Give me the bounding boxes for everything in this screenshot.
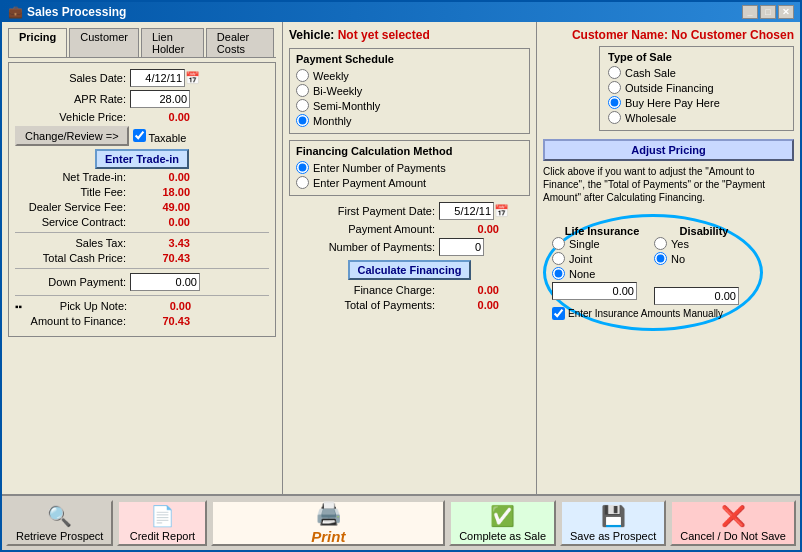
total-payments-row: Total of Payments: 0.00 — [289, 299, 530, 311]
disability-input[interactable] — [654, 287, 739, 305]
num-payments-label: Number of Payments: — [289, 241, 439, 253]
maximize-button[interactable]: □ — [760, 5, 776, 19]
type-buy-here-label: Buy Here Pay Here — [625, 97, 720, 109]
middle-panel: Vehicle: Not yet selected Payment Schedu… — [282, 22, 537, 494]
content-area: Pricing Customer Lien Holder Dealer Cost… — [2, 22, 800, 494]
life-none-label: None — [569, 268, 595, 280]
life-joint-label: Joint — [569, 253, 592, 265]
adjust-pricing-description: Click above if you want to adjust the "A… — [543, 165, 794, 204]
tab-customer[interactable]: Customer — [69, 28, 139, 57]
life-joint-row: Joint — [552, 252, 652, 265]
disability-no-radio[interactable] — [654, 252, 667, 265]
payment-biweekly-label: Bi-Weekly — [313, 85, 362, 97]
disability-yes-row: Yes — [654, 237, 754, 250]
vehicle-price-row: Vehicle Price: 0.00 — [15, 111, 269, 123]
credit-report-icon: 📄 — [150, 504, 175, 528]
payment-monthly-radio[interactable] — [296, 114, 309, 127]
life-joint-radio[interactable] — [552, 252, 565, 265]
payment-weekly-radio[interactable] — [296, 69, 309, 82]
total-cash-price-label: Total Cash Price: — [15, 252, 130, 264]
disability-yes-label: Yes — [671, 238, 689, 250]
down-payment-label: Down Payment: — [15, 276, 130, 288]
type-cash-sale-row: Cash Sale — [608, 66, 785, 79]
type-wholesale-radio[interactable] — [608, 111, 621, 124]
payment-amount-row: Payment Amount: 0.00 — [289, 223, 530, 235]
retrieve-prospect-button[interactable]: 🔍 Retrieve Prospect — [6, 500, 113, 546]
disability-yes-radio[interactable] — [654, 237, 667, 250]
service-contract-value: 0.00 — [130, 216, 190, 228]
disability-col: Disability Yes No — [654, 225, 754, 305]
calculate-btn-container: Calculate Financing — [289, 260, 530, 280]
trade-in-section: Enter Trade-in — [15, 149, 269, 169]
title-bar: 💼 Sales Processing _ □ ✕ — [2, 2, 800, 22]
vehicle-header: Vehicle: Not yet selected — [289, 28, 530, 42]
total-cash-price-value: 70.43 — [130, 252, 190, 264]
financing-num-payments-radio[interactable] — [296, 161, 309, 174]
save-prospect-label: Save as Prospect — [570, 530, 656, 542]
type-cash-sale-label: Cash Sale — [625, 67, 676, 79]
enter-trade-in-button[interactable]: Enter Trade-in — [95, 149, 189, 169]
tab-dealer-costs[interactable]: Dealer Costs — [206, 28, 274, 57]
credit-report-label: Credit Report — [130, 530, 195, 542]
type-buy-here-radio[interactable] — [608, 96, 621, 109]
change-review-row: Change/Review => Taxable — [15, 126, 269, 146]
pricing-tab-content: Sales Date: 📅 APR Rate: Vehicle Price: 0… — [8, 62, 276, 337]
window-controls: _ □ ✕ — [742, 5, 794, 19]
print-label: Print — [311, 528, 345, 545]
apr-rate-input[interactable] — [130, 90, 190, 108]
minimize-button[interactable]: _ — [742, 5, 758, 19]
sales-date-input[interactable] — [130, 69, 185, 87]
vehicle-price-label: Vehicle Price: — [15, 111, 130, 123]
save-prospect-button[interactable]: 💾 Save as Prospect — [560, 500, 666, 546]
amount-to-finance-row: Amount to Finance: 70.43 — [15, 315, 269, 327]
bottom-bar: 🔍 Retrieve Prospect 📄 Credit Report 🖨️ P… — [2, 494, 800, 550]
retrieve-prospect-icon: 🔍 — [47, 504, 72, 528]
sales-tax-value: 3.43 — [130, 237, 190, 249]
vehicle-label: Vehicle: — [289, 28, 334, 42]
complete-sale-icon: ✅ — [490, 504, 515, 528]
type-outside-financing-row: Outside Financing — [608, 81, 785, 94]
vehicle-price-value: 0.00 — [130, 111, 190, 123]
payment-monthly-label: Monthly — [313, 115, 352, 127]
financing-num-payments-row: Enter Number of Payments — [296, 161, 523, 174]
taxable-checkbox[interactable] — [133, 129, 146, 142]
life-insurance-input[interactable] — [552, 282, 637, 300]
close-button[interactable]: ✕ — [778, 5, 794, 19]
cancel-button[interactable]: ❌ Cancel / Do Not Save — [670, 500, 796, 546]
tab-pricing[interactable]: Pricing — [8, 28, 67, 57]
disability-no-row: No — [654, 252, 754, 265]
first-payment-calendar-icon[interactable]: 📅 — [494, 204, 509, 218]
print-button[interactable]: 🖨️ Print — [211, 500, 445, 546]
left-panel: Pricing Customer Lien Holder Dealer Cost… — [2, 22, 282, 494]
first-payment-date-input[interactable] — [439, 202, 494, 220]
insurance-manually-checkbox[interactable] — [552, 307, 565, 320]
print-icon: 🖨️ — [315, 501, 342, 527]
payment-amount-label: Payment Amount: — [289, 223, 439, 235]
main-window: 💼 Sales Processing _ □ ✕ Pricing Custome… — [0, 0, 802, 552]
type-of-sale-title: Type of Sale — [608, 51, 785, 63]
window-icon: 💼 — [8, 5, 23, 19]
sales-date-calendar-icon[interactable]: 📅 — [185, 71, 200, 85]
financing-payment-amount-radio[interactable] — [296, 176, 309, 189]
service-contract-row: Service Contract: 0.00 — [15, 216, 269, 228]
finance-charge-value: 0.00 — [439, 284, 499, 296]
financing-group: Financing Calculation Method Enter Numbe… — [289, 140, 530, 196]
change-review-button[interactable]: Change/Review => — [15, 126, 129, 146]
life-insurance-col: Life Insurance Single Joint None — [552, 225, 652, 305]
payment-biweekly-radio[interactable] — [296, 84, 309, 97]
down-payment-input[interactable] — [130, 273, 200, 291]
num-payments-input[interactable] — [439, 238, 484, 256]
payment-semimonthly-row: Semi-Monthly — [296, 99, 523, 112]
customer-label: Customer Name: — [572, 28, 668, 42]
type-cash-sale-radio[interactable] — [608, 66, 621, 79]
complete-sale-button[interactable]: ✅ Complete as Sale — [449, 500, 556, 546]
life-single-radio[interactable] — [552, 237, 565, 250]
adjust-pricing-button[interactable]: Adjust Pricing — [543, 139, 794, 161]
total-payments-value: 0.00 — [439, 299, 499, 311]
tab-lien-holder[interactable]: Lien Holder — [141, 28, 204, 57]
payment-semimonthly-radio[interactable] — [296, 99, 309, 112]
calculate-financing-button[interactable]: Calculate Financing — [348, 260, 472, 280]
life-none-radio[interactable] — [552, 267, 565, 280]
credit-report-button[interactable]: 📄 Credit Report — [117, 500, 207, 546]
type-outside-financing-radio[interactable] — [608, 81, 621, 94]
